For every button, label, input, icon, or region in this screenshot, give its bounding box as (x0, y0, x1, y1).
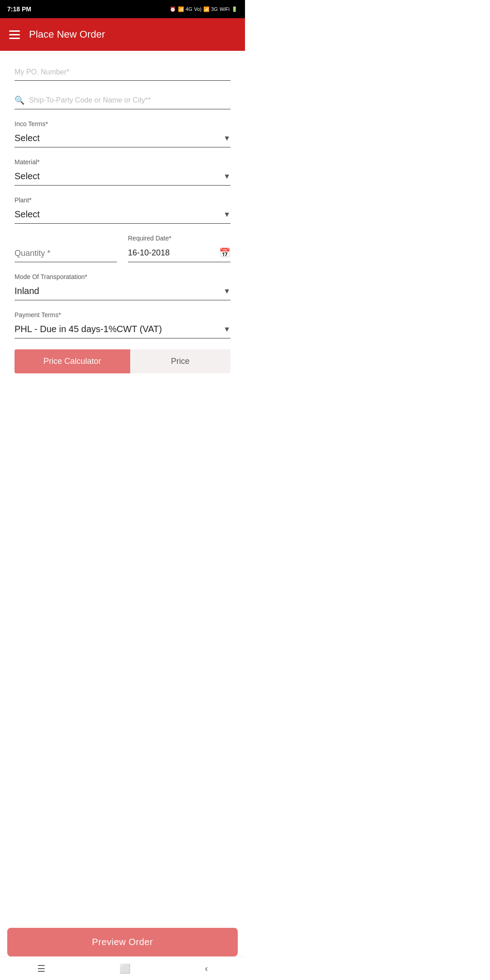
required-date-label: Required Date* (128, 235, 230, 242)
transport-mode-value: Inland (15, 286, 39, 296)
wifi-icon: WiFi (220, 6, 230, 12)
battery-icon: 🔋 (231, 6, 238, 12)
material-value: Select (15, 171, 40, 181)
inco-terms-value: Select (15, 133, 40, 143)
app-header: Place New Order (0, 18, 245, 51)
plant-value: Select (15, 209, 40, 220)
inco-terms-label: Inco Terms* (15, 120, 230, 127)
po-number-group (15, 64, 230, 81)
transport-mode-chevron-icon: ▼ (223, 287, 230, 295)
plant-group: Plant* Select ▼ (15, 196, 230, 224)
signal-3g-icon: 📶 3G (203, 6, 218, 12)
status-bar: 7:18 PM ⏰ 📶 4G Vo) 📶 3G WiFi 🔋 (0, 0, 245, 18)
payment-terms-select[interactable]: PHL - Due in 45 days-1%CWT (VAT) ▼ (15, 320, 230, 338)
material-chevron-icon: ▼ (223, 172, 230, 181)
payment-terms-value: PHL - Due in 45 days-1%CWT (VAT) (15, 324, 162, 334)
required-date-field[interactable]: 16-10-2018 📅 (128, 244, 230, 262)
price-calculator-button[interactable]: Price Calculator (15, 349, 130, 373)
page-title: Place New Order (29, 29, 105, 40)
status-time: 7:18 PM (7, 5, 31, 13)
transport-mode-select[interactable]: Inland ▼ (15, 282, 230, 300)
inco-terms-chevron-icon: ▼ (223, 134, 230, 142)
status-icons: ⏰ 📶 4G Vo) 📶 3G WiFi 🔋 (170, 6, 238, 12)
price-calc-row: Price Calculator Price (15, 349, 230, 373)
required-date-value: 16-10-2018 (128, 248, 219, 258)
alarm-icon: ⏰ (170, 6, 176, 12)
search-icon: 🔍 (15, 95, 24, 105)
signal-4g-icon: 📶 4G (178, 6, 192, 12)
ship-to-party-group: 🔍 (15, 92, 230, 109)
po-number-input[interactable] (15, 64, 230, 81)
price-button[interactable]: Price (130, 349, 230, 373)
signal-volte-icon: Vo) (194, 6, 202, 12)
plant-select[interactable]: Select ▼ (15, 206, 230, 224)
plant-chevron-icon: ▼ (223, 211, 230, 219)
material-label: Material* (15, 158, 230, 166)
calendar-icon: 📅 (219, 247, 230, 258)
transport-mode-group: Mode Of Transporatation* Inland ▼ (15, 273, 230, 300)
inco-terms-group: Inco Terms* Select ▼ (15, 120, 230, 147)
hamburger-menu-button[interactable] (9, 30, 20, 39)
transport-mode-label: Mode Of Transporatation* (15, 273, 230, 280)
quantity-group (15, 245, 117, 262)
inco-terms-select[interactable]: Select ▼ (15, 129, 230, 147)
quantity-input[interactable] (15, 245, 117, 262)
plant-label: Plant* (15, 196, 230, 204)
qty-date-row: Required Date* 16-10-2018 📅 (15, 235, 230, 262)
payment-terms-label: Payment Terms* (15, 311, 230, 318)
ship-to-party-input[interactable] (29, 96, 230, 104)
material-select[interactable]: Select ▼ (15, 167, 230, 186)
material-group: Material* Select ▼ (15, 158, 230, 186)
payment-terms-chevron-icon: ▼ (223, 325, 230, 333)
payment-terms-group: Payment Terms* PHL - Due in 45 days-1%CW… (15, 311, 230, 338)
required-date-group: Required Date* 16-10-2018 📅 (128, 235, 230, 262)
order-form: 🔍 Inco Terms* Select ▼ Material* Select … (0, 51, 245, 441)
